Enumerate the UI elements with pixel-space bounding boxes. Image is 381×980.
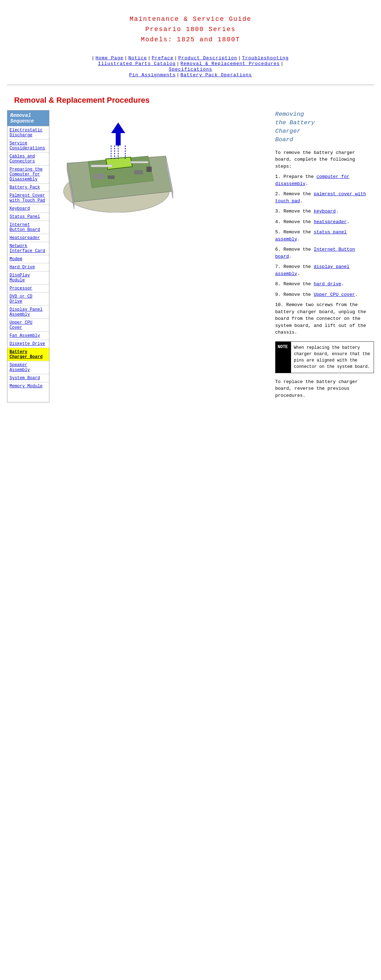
- main-content: Removal Sequence Electrostatic Discharge…: [0, 110, 381, 402]
- step-3: 3. Remove the keyboard.: [275, 208, 374, 215]
- sidebar-item-modem[interactable]: Modem: [7, 255, 49, 263]
- right-panel: Removing the Battery Charger Board To re…: [275, 110, 374, 402]
- sidebar-item-processor[interactable]: Processor: [7, 284, 49, 292]
- svg-rect-14: [146, 167, 152, 172]
- svg-rect-12: [108, 175, 115, 179]
- sidebar-item-fan[interactable]: Fan Assembly: [7, 331, 49, 340]
- closing-text: To replace the battery charger board, re…: [275, 379, 374, 399]
- step-10: 10. Remove two screws from the battery c…: [275, 301, 374, 336]
- sidebar-item-status-panel[interactable]: Status Panel: [7, 213, 49, 221]
- step-2: 2. Remove the palmrest cover with touch …: [275, 191, 374, 204]
- sidebar-item-preparing[interactable]: Preparing the Computer for Disassembly: [7, 165, 49, 183]
- link-heatspreader[interactable]: heatspreader: [314, 219, 347, 224]
- sidebar-item-internet-button[interactable]: Internet Button Board: [7, 221, 49, 234]
- nav-bar: | Home Page | Notice | Preface | Product…: [0, 51, 381, 81]
- nav-removal-replacement[interactable]: Removal & Replacement Procedures: [181, 61, 280, 66]
- sidebar-item-diskette[interactable]: Diskette Drive: [7, 340, 49, 348]
- nav-divider: [7, 85, 374, 85]
- step-6: 6. Remove the Internet Button board.: [275, 246, 374, 260]
- step-5: 5. Remove the status panel assembly.: [275, 229, 374, 243]
- sidebar-item-display-panel[interactable]: Display Panel Assembly: [7, 305, 49, 318]
- nav-notice[interactable]: Notice: [129, 56, 147, 61]
- sidebar-item-keyboard[interactable]: Keyboard: [7, 204, 49, 213]
- sidebar-item-battery-pack[interactable]: Battery Pack: [7, 183, 49, 191]
- link-status-panel-assembly[interactable]: status panel assembly: [275, 229, 347, 242]
- svg-rect-13: [134, 170, 143, 174]
- step-8: 8. Remove the hard drive.: [275, 281, 374, 288]
- sidebar-item-memory[interactable]: Memory Module: [7, 382, 49, 390]
- sidebar-item-upper-cpu[interactable]: Upper CPU Cover: [7, 318, 49, 331]
- nav-illustrated-parts[interactable]: Illustrated Parts Catalog: [98, 61, 176, 66]
- link-internet-button-board[interactable]: Internet Button board: [275, 247, 355, 259]
- sidebar-item-cables[interactable]: Cables and Connectors: [7, 152, 49, 165]
- step-7: 7. Remove the display panel assembly.: [275, 263, 374, 277]
- link-computer-disassembly[interactable]: computer for disassembly: [275, 174, 349, 186]
- header: Maintenance & Service Guide Presario 180…: [0, 0, 381, 51]
- nav-home[interactable]: Home Page: [95, 56, 124, 61]
- sidebar-item-system-board[interactable]: System Board: [7, 374, 49, 382]
- step-4: 4. Remove the heatspreader.: [275, 218, 374, 226]
- link-hard-drive[interactable]: hard drive: [314, 282, 341, 286]
- sidebar-item-service[interactable]: Service Considerations: [7, 139, 49, 152]
- nav-preface[interactable]: Preface: [152, 56, 173, 61]
- sidebar-item-heatspreader[interactable]: Heatspreader: [7, 234, 49, 242]
- sidebar-item-display-module[interactable]: DisgPlay Module: [7, 271, 49, 284]
- link-keyboard[interactable]: keyboard: [314, 208, 335, 214]
- note-box: NOTE When replacing the battery charger …: [275, 341, 374, 373]
- sidebar-header: Removal Sequence: [7, 110, 49, 126]
- header-line2: Presario 1800 Series: [145, 26, 236, 33]
- header-title: Maintenance & Service Guide Presario 180…: [7, 14, 374, 45]
- svg-rect-15: [91, 165, 112, 167]
- step-9: 9. Remove the Upper CPU cover.: [275, 291, 374, 298]
- nav-troubleshooting[interactable]: Troubleshooting: [242, 56, 289, 61]
- link-upper-cpu-cover[interactable]: Upper CPU cover: [314, 292, 355, 297]
- link-palmrest[interactable]: palmrest cover with touch pad: [275, 191, 366, 204]
- header-line1: Maintenance & Service Guide: [129, 16, 252, 22]
- section-title: Removing the Battery Charger Board: [275, 110, 374, 144]
- svg-marker-8: [111, 123, 125, 145]
- note-content: When replacing the battery charger board…: [291, 342, 374, 373]
- link-display-panel-assembly[interactable]: display panel assembly: [275, 264, 349, 277]
- intro-text: To remove the battery charger board, com…: [275, 150, 374, 170]
- center-area: [53, 110, 271, 402]
- sidebar: Removal Sequence Electrostatic Discharge…: [7, 110, 49, 402]
- sidebar-item-network[interactable]: Network Interface Card: [7, 242, 49, 255]
- header-line3: Models: 1825 and 1800T: [141, 36, 240, 43]
- laptop-diagram: [56, 110, 176, 213]
- sidebar-item-electrostatic[interactable]: Electrostatic Discharge: [7, 126, 49, 139]
- sidebar-item-speaker[interactable]: Speaker Assembly: [7, 361, 49, 374]
- step-1: 1. Prepare the computer for disassembly.: [275, 173, 374, 187]
- sidebar-item-palmrest[interactable]: Palmrest Cover with Touch Pad: [7, 191, 49, 204]
- svg-rect-16: [130, 161, 148, 163]
- page-heading: Removal & Replacement Procedures: [0, 89, 381, 110]
- nav-specifications[interactable]: Specifications: [168, 67, 212, 72]
- svg-rect-11: [94, 174, 104, 179]
- nav-pin-assignments[interactable]: Pin Assignments: [129, 72, 176, 78]
- sidebar-item-dvd[interactable]: DVD or CD Drive: [7, 292, 49, 305]
- sidebar-item-battery-charger[interactable]: Battery Charger Board: [7, 348, 49, 361]
- note-label: NOTE: [276, 342, 291, 373]
- nav-product-description[interactable]: Product Description: [178, 56, 237, 61]
- sidebar-item-hard-drive[interactable]: Hard Drive: [7, 263, 49, 271]
- nav-battery-pack[interactable]: Battery Pack Operations: [181, 72, 252, 78]
